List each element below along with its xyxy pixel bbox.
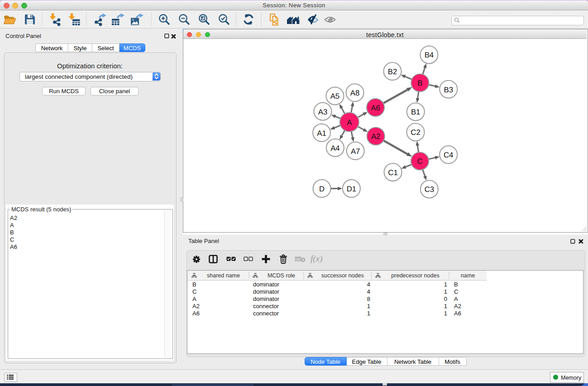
svg-text:A2: A2 bbox=[371, 132, 380, 141]
svg-text:C3: C3 bbox=[424, 185, 434, 194]
svg-text:A6: A6 bbox=[371, 104, 380, 112]
svg-text:A5: A5 bbox=[330, 92, 339, 100]
svg-text:A3: A3 bbox=[318, 108, 327, 116]
svg-text:A: A bbox=[347, 118, 352, 127]
svg-text:C2: C2 bbox=[411, 128, 420, 137]
svg-text:D1: D1 bbox=[346, 185, 356, 193]
svg-text:C: C bbox=[417, 157, 422, 166]
svg-text:A8: A8 bbox=[350, 89, 359, 97]
svg-text:C1: C1 bbox=[388, 168, 397, 177]
svg-text:B2: B2 bbox=[387, 67, 397, 76]
svg-text:B4: B4 bbox=[424, 51, 434, 59]
svg-text:A4: A4 bbox=[330, 144, 340, 152]
svg-text:B: B bbox=[417, 79, 422, 87]
svg-text:C4: C4 bbox=[443, 151, 453, 159]
svg-text:A7: A7 bbox=[350, 147, 360, 156]
svg-text:B3: B3 bbox=[444, 86, 453, 94]
svg-text:B1: B1 bbox=[411, 108, 420, 116]
svg-text:D: D bbox=[319, 185, 324, 193]
svg-text:A1: A1 bbox=[317, 129, 326, 138]
